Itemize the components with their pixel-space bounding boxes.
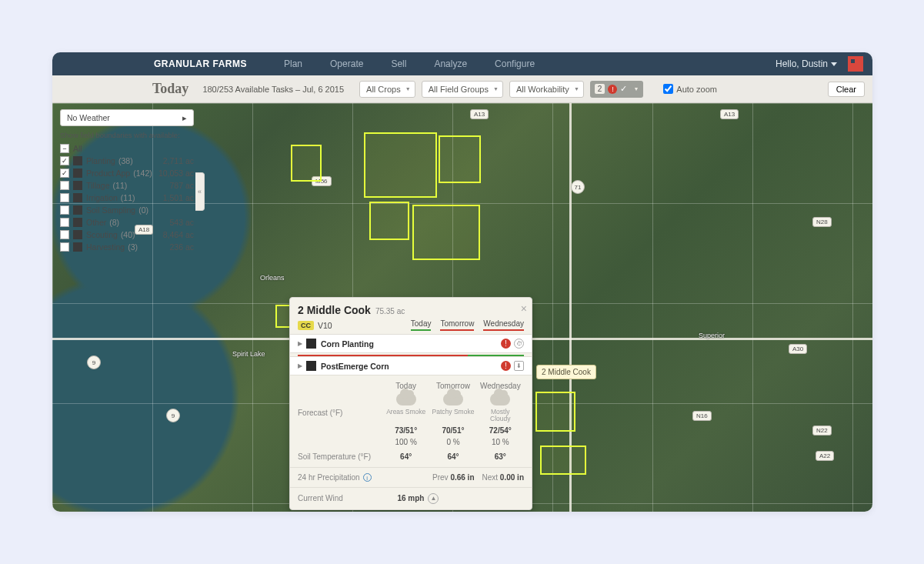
popup-acres: 75.35 ac	[375, 307, 405, 315]
alerts-filter[interactable]: 2 ! ✓	[590, 81, 644, 98]
field-boundary[interactable]	[535, 392, 575, 432]
checkbox-icon[interactable]	[60, 181, 69, 190]
layer-scouting[interactable]: Scouting (40) 8,464 ac	[55, 229, 198, 241]
wind-direction-icon: ▲	[428, 493, 439, 504]
brand: GRANULAR FARMS	[154, 58, 247, 69]
chevron-right-icon: ▸	[182, 113, 187, 122]
nav-operate[interactable]: Operate	[330, 58, 363, 69]
layers-hint: Show field boundaries with available:	[60, 131, 194, 139]
product-app-icon	[73, 169, 82, 178]
weather-select[interactable]: No Weather ▸	[60, 109, 194, 126]
layer-planting[interactable]: Planting (38) 2,711 ac	[55, 155, 198, 167]
alert-icon: !	[608, 85, 617, 94]
workability-select[interactable]: All Workability	[509, 81, 584, 98]
map-canvas[interactable]: A13 A13 A18 M56 A22 A30 N16 N22 N28 71 9…	[52, 103, 872, 512]
popup-title: 2 Middle Cook	[298, 304, 371, 316]
alert-icon: !	[501, 339, 511, 349]
route-shield: 9	[87, 355, 101, 369]
layer-harvesting[interactable]: Harvesting (3) 236 ac	[55, 241, 198, 253]
forecast-label: Forecast (°F)	[298, 409, 382, 423]
nav-configure[interactable]: Configure	[495, 58, 535, 69]
field-boundary[interactable]	[369, 202, 409, 240]
field-boundary[interactable]	[439, 135, 481, 183]
tasks-summary: 180/253 Available Tasks – Jul, 6 2015	[202, 85, 344, 94]
crop-stage: V10	[318, 321, 332, 330]
route-badge: N28	[812, 217, 832, 227]
clear-button[interactable]: Clear	[828, 82, 865, 97]
town-label: Spirit Lake	[232, 350, 265, 358]
route-badge: A30	[789, 344, 807, 354]
field-groups-select[interactable]: All Field Groups	[422, 81, 503, 98]
tab-wednesday[interactable]: Wednesday	[483, 319, 524, 331]
planting-icon	[306, 339, 316, 349]
checkbox-icon[interactable]	[60, 242, 69, 252]
tab-tomorrow[interactable]: Tomorrow	[440, 319, 474, 331]
product-app-icon	[306, 361, 316, 371]
forecast-block: Today Tomorrow Wednesday Forecast (°F) A…	[290, 375, 532, 467]
town-label: Superior	[699, 332, 725, 339]
layer-soil-sampling[interactable]: Soil Sampling (0)	[55, 204, 198, 216]
route-badge: N16	[692, 411, 712, 421]
field-boundary[interactable]	[364, 132, 437, 198]
checkbox-icon[interactable]	[60, 169, 69, 178]
field-boundary[interactable]	[412, 205, 480, 260]
close-icon[interactable]: ×	[521, 302, 527, 315]
soil-sampling-icon	[73, 205, 82, 215]
alert-icon: !	[501, 361, 511, 371]
tillage-icon	[73, 181, 82, 190]
crops-select[interactable]: All Crops	[359, 81, 415, 98]
planting-icon	[73, 156, 82, 165]
field-boundary[interactable]	[291, 145, 322, 182]
user-menu[interactable]: Hello, Dustin	[776, 58, 837, 69]
nav-sell[interactable]: Sell	[391, 58, 406, 69]
task-row[interactable]: ▶ PostEmerge Corn ! ⬇	[290, 356, 532, 375]
nav-analyze[interactable]: Analyze	[434, 58, 467, 69]
layer-irrigation[interactable]: Irrigation (11) 1,501 ac	[55, 192, 198, 204]
check-icon: ✓	[620, 84, 627, 94]
download-icon: ⬇	[514, 361, 524, 371]
task-row[interactable]: ▶ Corn Planting ! ⏱	[290, 334, 532, 353]
wind-row: Current Wind 16 mph▲	[290, 487, 532, 509]
nav-plan[interactable]: Plan	[284, 58, 302, 69]
field-boundary[interactable]	[540, 446, 586, 475]
layer-other[interactable]: Other (8) 543 ac	[55, 216, 198, 229]
alert-count: 2	[595, 84, 605, 94]
checkbox-icon[interactable]	[60, 156, 69, 165]
crop-code-badge: CC	[298, 321, 314, 330]
toolbar: Today 180/253 Available Tasks – Jul, 6 2…	[52, 75, 872, 103]
tab-today[interactable]: Today	[411, 319, 432, 331]
app-logo-icon[interactable]	[848, 56, 863, 72]
irrigation-icon	[73, 193, 82, 202]
top-nav: GRANULAR FARMS Plan Operate Sell Analyze…	[52, 52, 872, 75]
autozoom-input[interactable]	[663, 84, 673, 94]
other-icon	[73, 218, 82, 227]
app-frame: GRANULAR FARMS Plan Operate Sell Analyze…	[52, 52, 872, 512]
cloud-icon	[490, 393, 510, 405]
autozoom-checkbox[interactable]: Auto zoom	[663, 84, 717, 94]
layer-all[interactable]: All	[55, 142, 198, 155]
expand-icon[interactable]: ▶	[298, 340, 302, 347]
route-badge: A22	[816, 451, 834, 461]
layer-product-app[interactable]: Product App (142) 10,053 ac	[55, 167, 198, 179]
route-badge: A13	[720, 109, 739, 119]
soil-temp-label: Soil Temperature (°F)	[298, 452, 382, 461]
precip-row: 24 hr Precipitation i Prev 0.66 in Next …	[290, 467, 532, 487]
checkbox-icon[interactable]	[60, 205, 69, 215]
info-icon[interactable]: i	[363, 473, 372, 482]
layer-tillage[interactable]: Tillage (11) 787 ac	[55, 179, 198, 192]
harvesting-icon	[73, 242, 82, 252]
panel-collapse-handle[interactable]: «	[195, 172, 205, 211]
route-shield: 71	[571, 180, 585, 194]
field-tooltip: 2 Middle Cook	[536, 365, 596, 379]
checkbox-icon[interactable]	[60, 193, 69, 202]
cloud-icon	[396, 393, 416, 405]
day-tabs: Today Tomorrow Wednesday	[411, 319, 524, 331]
route-shield: 9	[166, 409, 180, 422]
layers-panel: No Weather ▸ Show field boundaries with …	[55, 106, 198, 253]
checkbox-icon[interactable]	[60, 218, 69, 227]
cloud-icon	[443, 393, 463, 405]
expand-icon[interactable]: ▶	[298, 362, 302, 369]
checkbox-icon[interactable]	[60, 230, 69, 239]
checkbox-mixed-icon[interactable]	[60, 144, 69, 153]
route-badge: N22	[812, 426, 832, 436]
